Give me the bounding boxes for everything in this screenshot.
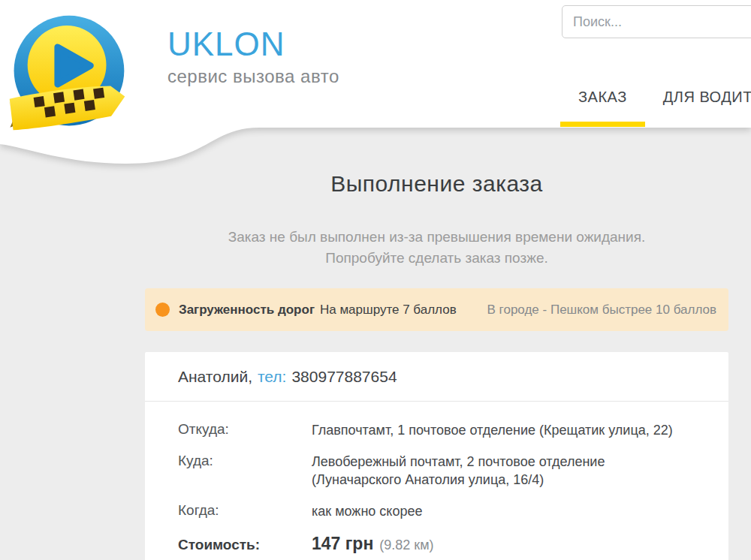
cost-value: 147 грн (9.82 км) — [312, 534, 434, 554]
phone-number: 380977887654 — [291, 368, 397, 386]
traffic-route-text: На маршруте 7 баллов — [320, 303, 457, 318]
uklon-logo-icon[interactable] — [8, 12, 129, 134]
brand-tagline: сервис вызова авто — [167, 66, 339, 87]
status-message-line2: Попробуйте сделать заказ позже. — [145, 248, 728, 269]
when-value: как можно скорее — [312, 502, 422, 520]
search-input[interactable] — [562, 5, 751, 38]
traffic-level-icon — [155, 303, 170, 317]
main-content: Выполнение заказа Заказ не был выполнен … — [145, 128, 728, 560]
order-details: Откуда: Главпочтамт, 1 почтовое отделени… — [145, 402, 728, 560]
main-nav: ЗАКАЗ ДЛЯ ВОДИТЕЛЕЙ — [560, 89, 751, 127]
order-status-message: Заказ не был выполнен из-за превышения в… — [145, 227, 728, 269]
cost-label: Стоимость: — [178, 537, 312, 553]
detail-row-to: Куда: Левобережный почтамт, 2 почтовое о… — [178, 453, 695, 489]
tab-order[interactable]: ЗАКАЗ — [560, 89, 645, 127]
cost-amount: 147 грн — [312, 534, 373, 554]
to-label: Куда: — [178, 453, 312, 489]
traffic-alert-bar: Загруженность дорог На маршруте 7 баллов… — [145, 288, 728, 331]
detail-row-from: Откуда: Главпочтамт, 1 почтовое отделени… — [178, 421, 695, 439]
to-value: Левобережный почтамт, 2 почтовое отделен… — [312, 453, 605, 489]
from-value: Главпочтамт, 1 почтовое отделение (Креща… — [312, 421, 673, 439]
tab-for-drivers[interactable]: ДЛЯ ВОДИТЕЛЕЙ — [645, 89, 751, 127]
header: UKLON сервис вызова авто ЗАКАЗ ДЛЯ ВОДИТ… — [0, 0, 751, 180]
brand-text: UKLON сервис вызова авто — [167, 27, 339, 87]
from-label: Откуда: — [178, 421, 312, 439]
brand-name: UKLON — [167, 27, 339, 62]
phone-label: тел: — [258, 368, 286, 386]
traffic-label: Загруженность дорог — [179, 303, 315, 318]
traffic-city-text: В городе - Пешком быстрее 10 баллов — [487, 303, 718, 318]
status-message-line1: Заказ не был выполнен из-за превышения в… — [145, 227, 728, 248]
order-details-card: Анатолий, тел: 380977887654 Откуда: Глав… — [145, 352, 728, 560]
cost-distance: (9.82 км) — [379, 537, 433, 553]
detail-row-when: Когда: как можно скорее — [178, 502, 695, 520]
client-name: Анатолий, — [178, 368, 252, 386]
detail-row-cost: Стоимость: 147 грн (9.82 км) — [178, 534, 695, 554]
when-label: Когда: — [178, 502, 312, 520]
client-row: Анатолий, тел: 380977887654 — [145, 352, 728, 401]
